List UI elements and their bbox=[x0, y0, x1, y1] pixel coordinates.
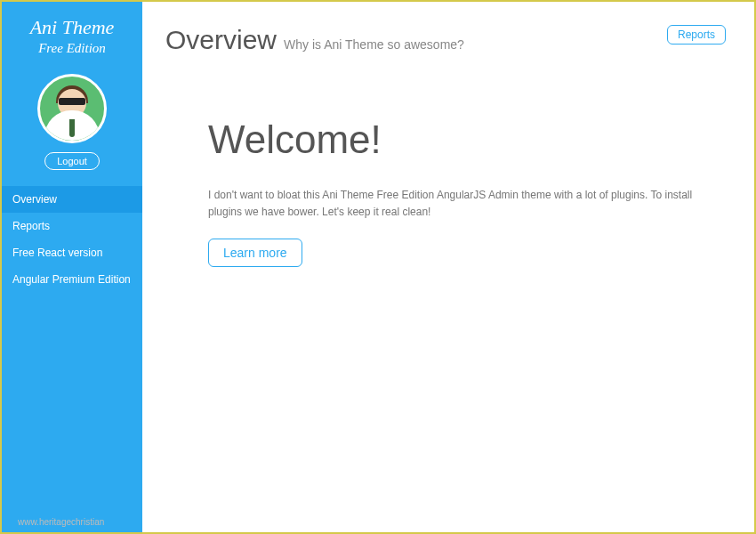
sidebar-item-free-react-version[interactable]: Free React version bbox=[2, 239, 142, 266]
header-row: Overview Why is Ani Theme so awesome? Re… bbox=[165, 25, 726, 55]
avatar-glasses-icon bbox=[59, 98, 85, 105]
sidebar-item-angular-premium-edition[interactable]: Angular Premium Edition bbox=[2, 266, 142, 293]
sidebar-item-overview[interactable]: Overview bbox=[2, 186, 142, 213]
page-heading: Overview Why is Ani Theme so awesome? bbox=[165, 25, 464, 55]
welcome-title: Welcome! bbox=[208, 117, 724, 162]
reports-button[interactable]: Reports bbox=[667, 25, 726, 44]
avatar[interactable] bbox=[37, 74, 107, 143]
sidebar-nav: Overview Reports Free React version Angu… bbox=[2, 186, 142, 293]
page-title: Overview bbox=[165, 25, 277, 55]
app-container: Ani Theme Free Edition Logout Overview R… bbox=[2, 2, 754, 532]
logout-wrap: Logout bbox=[2, 152, 142, 170]
content-body: Welcome! I don't want to bloat this Ani … bbox=[208, 117, 724, 267]
logout-button[interactable]: Logout bbox=[44, 152, 100, 170]
avatar-tie-icon bbox=[69, 119, 75, 137]
main-content: Overview Why is Ani Theme so awesome? Re… bbox=[142, 2, 754, 532]
page-subtitle: Why is Ani Theme so awesome? bbox=[284, 37, 464, 52]
brand: Ani Theme Free Edition bbox=[2, 2, 142, 63]
brand-subtitle: Free Edition bbox=[9, 41, 135, 56]
avatar-wrap bbox=[2, 74, 142, 143]
watermark: www.heritagechristian bbox=[18, 517, 104, 527]
brand-title: Ani Theme bbox=[9, 16, 135, 39]
learn-more-button[interactable]: Learn more bbox=[208, 239, 302, 267]
welcome-text: I don't want to bloat this Ani Theme Fre… bbox=[208, 187, 724, 221]
sidebar: Ani Theme Free Edition Logout Overview R… bbox=[2, 2, 142, 532]
sidebar-item-reports[interactable]: Reports bbox=[2, 213, 142, 239]
